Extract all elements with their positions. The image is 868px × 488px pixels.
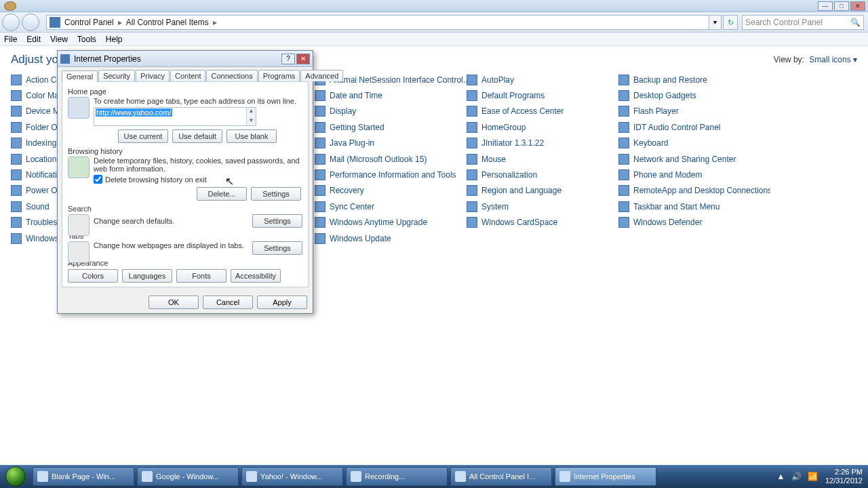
taskbar-item[interactable]: Google - Window... — [137, 467, 239, 486]
control-panel-item[interactable]: Getting Started — [315, 119, 467, 135]
close-button[interactable]: ✕ — [850, 1, 865, 11]
search-icon[interactable]: 🔍 — [850, 18, 861, 27]
cancel-button[interactable]: Cancel — [203, 296, 253, 309]
control-panel-item[interactable]: Windows Defender — [618, 215, 770, 230]
history-settings-button[interactable]: Settings — [251, 187, 301, 201]
tabs-settings-button[interactable]: Settings — [252, 241, 302, 255]
tab-security[interactable]: Security — [98, 70, 135, 81]
textarea-scrollbar[interactable]: ▲▼ — [246, 108, 256, 125]
control-panel-item[interactable]: Phone and Modem — [618, 167, 770, 182]
item-icon — [618, 138, 629, 148]
apply-button[interactable]: Apply — [257, 296, 307, 309]
task-icon — [559, 471, 570, 482]
menu-file[interactable]: File — [4, 35, 17, 44]
use-blank-button[interactable]: Use blank — [226, 129, 277, 143]
item-icon — [467, 138, 477, 148]
taskbar-item[interactable]: Yahoo! - Window... — [241, 467, 343, 486]
control-panel-item[interactable]: Windows Update — [315, 230, 467, 246]
control-panel-item[interactable]: Flash Player — [618, 104, 770, 119]
dialog-titlebar[interactable]: Internet Properties ? ✕ — [58, 51, 313, 67]
home-icon — [68, 97, 90, 119]
homepage-label: Home page — [68, 87, 302, 96]
taskbar-item[interactable]: Blank Page - Win... — [33, 467, 134, 486]
ok-button[interactable]: OK — [149, 296, 199, 309]
control-panel-item[interactable]: Mouse — [467, 151, 618, 167]
menu-tools[interactable]: Tools — [77, 35, 96, 44]
menu-view[interactable]: View — [50, 35, 68, 44]
control-panel-item[interactable]: Windows Anytime Upgrade — [315, 215, 467, 230]
breadcrumb[interactable]: Control Panel ▸ All Control Panel Items … — [46, 15, 709, 30]
menu-help[interactable]: Help — [106, 35, 123, 44]
refresh-button[interactable]: ↻ — [723, 15, 738, 30]
homepage-url-input[interactable]: http://www.yahoo.com/ ▲▼ — [94, 107, 256, 126]
control-panel-item[interactable]: System — [467, 199, 618, 214]
tab-privacy[interactable]: Privacy — [136, 70, 170, 81]
use-current-button[interactable]: Use current — [118, 129, 168, 143]
control-panel-item[interactable]: Network and Sharing Center — [618, 151, 770, 167]
control-panel-item[interactable]: Recovery — [315, 183, 467, 199]
item-label: Display — [330, 106, 356, 116]
view-by-dropdown[interactable]: Small icons ▾ — [809, 55, 857, 64]
control-panel-item[interactable]: Java Plug-in — [315, 136, 467, 151]
search-input[interactable]: Search Control Panel 🔍 — [742, 15, 864, 30]
dialog-close-button[interactable]: ✕ — [296, 54, 310, 64]
tab-advanced[interactable]: Advanced — [300, 70, 343, 81]
colors-button[interactable]: Colors — [68, 269, 118, 283]
tab-content[interactable]: Content — [170, 70, 206, 81]
control-panel-item[interactable]: Date and Time — [315, 87, 467, 103]
control-panel-item[interactable]: Default Programs — [467, 87, 618, 103]
search-settings-button[interactable]: Settings — [252, 214, 302, 228]
taskbar-item[interactable]: All Control Panel I... — [450, 467, 552, 486]
fonts-button[interactable]: Fonts — [176, 269, 226, 283]
accessibility-button[interactable]: Accessibility — [231, 269, 281, 283]
homepage-text: To create home page tabs, type each addr… — [94, 97, 302, 105]
control-panel-item[interactable]: Personalization — [467, 167, 618, 182]
control-panel-item[interactable]: Ease of Access Center — [467, 104, 618, 119]
back-button[interactable] — [2, 14, 20, 31]
task-icon — [455, 471, 466, 482]
minimize-button[interactable]: — — [818, 1, 833, 11]
taskbar-item[interactable]: Recording... — [346, 467, 448, 486]
item-icon — [11, 201, 22, 212]
maximize-button[interactable]: □ — [834, 1, 849, 11]
tab-connections[interactable]: Connections — [206, 70, 257, 81]
tab-general[interactable]: General — [62, 70, 98, 82]
menu-edit[interactable]: Edit — [26, 35, 41, 44]
system-tray[interactable]: ▲ 🔊 📶 2:26 PM 12/31/2012 — [771, 468, 868, 485]
taskbar-item[interactable]: Internet Properties — [555, 467, 656, 486]
control-panel-item[interactable]: Mail (Microsoft Outlook 15) — [315, 151, 467, 167]
menubar: File Edit View Tools Help — [0, 33, 868, 46]
delete-on-exit-checkbox[interactable]: Delete browsing history on exit — [94, 175, 302, 184]
control-panel-item[interactable]: Windows CardSpace — [467, 215, 618, 230]
control-panel-item[interactable]: JInitiator 1.3.1.22 — [467, 136, 618, 151]
item-icon — [11, 75, 22, 85]
breadcrumb-seg[interactable]: Control Panel — [64, 18, 114, 27]
control-panel-item[interactable]: Desktop Gadgets — [618, 87, 770, 103]
control-panel-item[interactable]: Taskbar and Start Menu — [618, 199, 770, 214]
dialog-help-button[interactable]: ? — [281, 54, 295, 64]
control-panel-item[interactable]: Display — [315, 104, 467, 119]
tab-programs[interactable]: Programs — [258, 70, 300, 81]
control-panel-item[interactable]: HomeGroup — [467, 119, 618, 135]
control-panel-item[interactable]: Sync Center — [315, 199, 467, 214]
delete-history-button[interactable]: Delete... — [197, 187, 247, 201]
control-panel-item[interactable]: Performance Information and Tools — [315, 167, 467, 182]
control-panel-item[interactable]: Region and Language — [467, 183, 618, 199]
control-panel-item[interactable]: RemoteApp and Desktop Connections — [618, 183, 770, 199]
item-icon — [315, 185, 326, 196]
item-icon — [467, 106, 477, 117]
control-panel-item[interactable]: IDT Audio Control Panel — [618, 119, 770, 135]
start-button[interactable] — [0, 465, 31, 488]
use-default-button[interactable]: Use default — [172, 129, 222, 143]
breadcrumb-dropdown[interactable]: ▾ — [709, 15, 722, 30]
control-panel-item[interactable]: AutoPlay — [467, 72, 618, 87]
delete-on-exit-input[interactable] — [94, 175, 102, 184]
languages-button[interactable]: Languages — [122, 269, 172, 283]
item-icon — [11, 185, 22, 196]
control-panel-item[interactable]: Backup and Restore — [618, 72, 770, 87]
control-panel-item[interactable]: Keyboard — [618, 136, 770, 151]
tray-icons[interactable]: ▲ 🔊 📶 — [776, 472, 820, 481]
item-icon — [618, 201, 629, 212]
forward-button[interactable] — [22, 14, 39, 31]
breadcrumb-seg[interactable]: All Control Panel Items — [126, 18, 209, 27]
